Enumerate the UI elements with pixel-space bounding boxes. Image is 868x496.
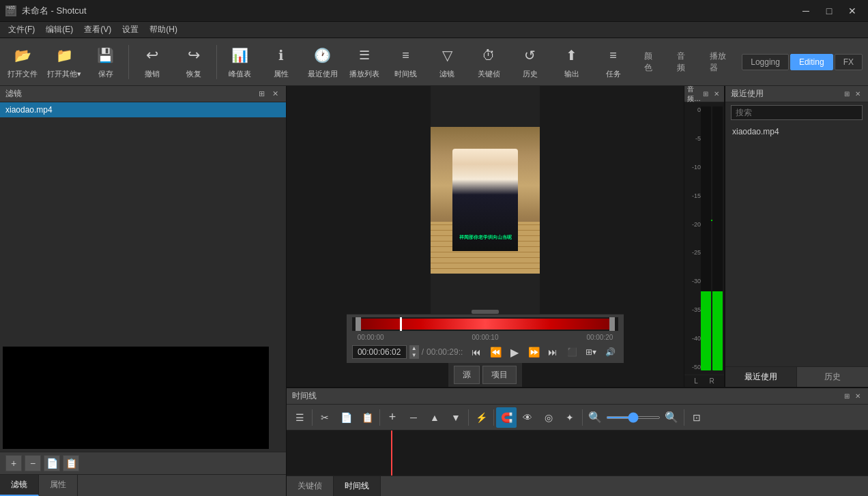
timeline-cut-button[interactable]: ✂	[315, 407, 335, 428]
tab-project[interactable]: 项目	[482, 366, 517, 384]
minimize-button[interactable]: ─	[796, 3, 816, 19]
app-icon: 🎬	[5, 5, 16, 16]
loop-button[interactable]: ⬛	[564, 344, 580, 360]
recent-button[interactable]: 🕐 最近使用	[303, 40, 343, 84]
export-label: 输出	[564, 69, 579, 79]
timeline-snap-button[interactable]: 🧲	[496, 407, 517, 428]
recent-file-name: xiaodao.mp4	[732, 127, 779, 136]
filters-panel-restore[interactable]: ⊞	[256, 89, 267, 100]
tab-filters[interactable]: 滤镜	[0, 475, 39, 496]
grid-button[interactable]: ⊞▾	[583, 344, 599, 360]
fx-tab[interactable]: FX	[835, 54, 863, 70]
peaks-button[interactable]: 📊 峰值表	[220, 40, 260, 84]
history-button[interactable]: ↺ 历史	[510, 40, 551, 84]
undo-icon: ↩	[141, 44, 163, 66]
audio-restore-button[interactable]: ⊞	[701, 89, 710, 99]
filter-item[interactable]: xiaodao.mp4	[0, 102, 286, 117]
tab-source[interactable]: 源	[454, 366, 480, 384]
zoom-slider[interactable]	[606, 416, 661, 419]
logging-tab[interactable]: Logging	[742, 54, 789, 70]
menu-help[interactable]: 帮助(H)	[144, 23, 183, 37]
open-file-icon: 📂	[12, 44, 33, 66]
timeline-ripple-all-button[interactable]: ◎	[538, 407, 559, 428]
time-up-button[interactable]: ▲	[409, 345, 419, 352]
playlist-icon: ☰	[353, 44, 375, 66]
properties-button[interactable]: ℹ 属性	[261, 40, 302, 84]
audio-close-button[interactable]: ✕	[712, 89, 721, 99]
timeline-copy-button[interactable]: 📄	[336, 407, 356, 428]
filter-add-button[interactable]: +	[5, 455, 22, 471]
current-time-input[interactable]	[352, 345, 407, 359]
timeline-split-button[interactable]: ⚡	[471, 407, 491, 428]
menu-view[interactable]: 查看(V)	[78, 23, 117, 37]
filter-remove-button[interactable]: −	[25, 455, 41, 471]
tab-timeline[interactable]: 时间线	[334, 476, 381, 496]
tab-properties[interactable]: 属性	[39, 475, 78, 496]
editing-tab[interactable]: Editing	[790, 54, 833, 70]
properties-label: 属性	[274, 69, 289, 79]
timeline-overwrite-button[interactable]: ▼	[446, 407, 466, 428]
zoom-out-button[interactable]: 🔍	[585, 407, 605, 428]
tab-history[interactable]: 历史	[797, 367, 868, 387]
timeline-add-button[interactable]: +	[382, 407, 403, 428]
keyframe-button[interactable]: ⏱ 关键侦	[469, 40, 509, 84]
play-forward-button[interactable]: ⏩	[525, 344, 542, 360]
menu-edit[interactable]: 编辑(E)	[40, 23, 78, 37]
db-10: -10	[686, 164, 701, 171]
go-end-button[interactable]: ⏭	[545, 344, 561, 360]
recent-search-input[interactable]	[731, 105, 863, 120]
time-label-start: 00:00:00	[358, 334, 384, 341]
timeline-ripple-button[interactable]: 👁	[517, 407, 538, 428]
redo-icon: ↪	[183, 44, 205, 66]
panel-resize-handle[interactable]	[472, 310, 499, 314]
redo-button[interactable]: ↪ 恢复	[173, 40, 214, 84]
timeline-center-button[interactable]: ✦	[560, 407, 580, 428]
playlist-button[interactable]: ☰ 播放列表	[344, 40, 384, 84]
timeline-paste-button[interactable]: 📋	[357, 407, 377, 428]
close-button[interactable]: ✕	[842, 3, 863, 19]
left-panel-tabs: 滤镜 属性	[0, 474, 286, 496]
timeline-fit-button[interactable]: ⊡	[686, 407, 707, 428]
recent-file-item[interactable]: xiaodao.mp4	[727, 124, 867, 139]
export-icon: ⬆	[561, 44, 583, 66]
time-label-end: 00:00:20	[586, 334, 613, 341]
volume-button[interactable]: 🔊	[602, 344, 618, 360]
maximize-button[interactable]: □	[819, 3, 839, 19]
open-file-button[interactable]: 📂 打开文件	[3, 40, 43, 84]
filter-thumbnail	[3, 347, 269, 449]
filter-paste-button[interactable]: 📋	[63, 455, 79, 471]
total-time: 00:00:29::	[426, 347, 463, 357]
menu-file[interactable]: 文件(F)	[3, 23, 40, 37]
filter-copy-button[interactable]: 📄	[44, 455, 60, 471]
recent-restore-button[interactable]: ⊞	[842, 89, 852, 99]
play-back-button[interactable]: ⏪	[487, 344, 504, 360]
timeline-tracks[interactable]	[287, 431, 868, 476]
time-down-button[interactable]: ▼	[409, 352, 419, 359]
export-button[interactable]: ⬆ 输出	[551, 40, 592, 84]
timeline-scrubber[interactable]	[352, 317, 619, 331]
timeline-header: 时间线 ⊞ ✕	[287, 388, 868, 405]
timeline-lift-button[interactable]: ▲	[424, 407, 445, 428]
tab-keyframes[interactable]: 关键侦	[287, 476, 334, 496]
filter-button[interactable]: ▽ 滤镜	[427, 40, 467, 84]
timeline-menu-button[interactable]: ☰	[289, 407, 310, 428]
recent-label: 最近使用	[308, 69, 338, 79]
zoom-in-button[interactable]: 🔍	[661, 407, 682, 428]
save-button[interactable]: 💾 保存	[86, 40, 126, 84]
play-button[interactable]: ▶	[506, 344, 523, 360]
audio-meter-header: 音频… ⊞ ✕	[684, 86, 724, 102]
tab-recently-used[interactable]: 最近使用	[725, 367, 797, 387]
go-start-button[interactable]: ⏮	[468, 344, 484, 360]
undo-button[interactable]: ↩ 撤销	[132, 40, 172, 84]
timeline-button[interactable]: ≡ 时间线	[386, 40, 426, 84]
timeline-close-button[interactable]: ✕	[853, 392, 863, 401]
open-other-button[interactable]: 📁 打开其他▾	[44, 40, 85, 84]
menu-settings[interactable]: 设置	[117, 23, 144, 37]
filters-panel-close[interactable]: ✕	[270, 89, 280, 100]
video-preview-container[interactable]: 祥闻那你老学圳向山当呢	[431, 86, 540, 314]
timeline-remove-button[interactable]: ─	[403, 407, 424, 428]
timeline-restore-button[interactable]: ⊞	[842, 392, 852, 401]
jobs-button[interactable]: ≡ 任务	[593, 40, 633, 84]
video-frame: 祥闻那你老学圳向山当呢	[431, 127, 540, 274]
recent-close-button[interactable]: ✕	[853, 89, 863, 99]
